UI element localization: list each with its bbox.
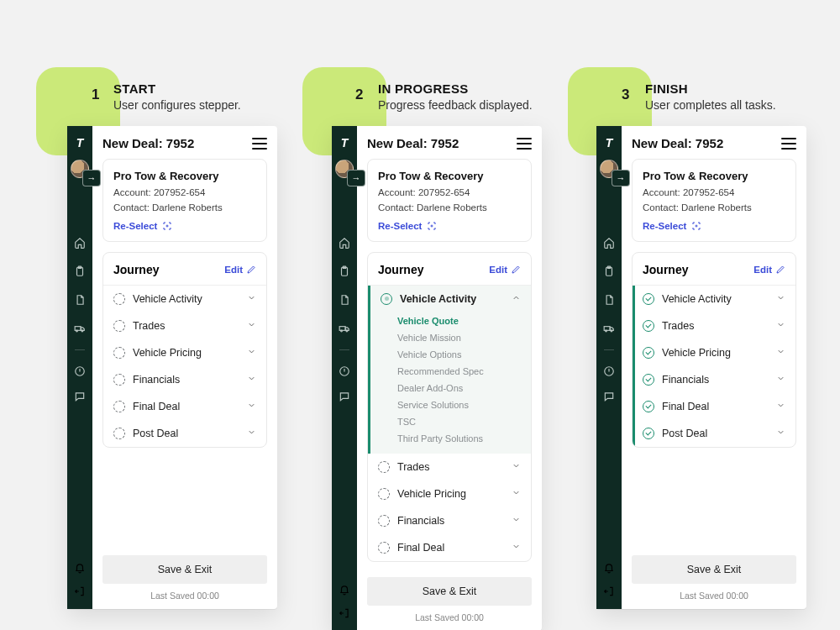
truck-icon[interactable] (74, 323, 86, 334)
journey-step[interactable]: Trades (368, 454, 531, 480)
save-exit-button[interactable]: Save & Exit (632, 555, 796, 584)
stage-title-3: FINISH (645, 81, 688, 96)
journey-step[interactable]: Final Deal (635, 393, 795, 420)
app-logo: T (606, 136, 613, 150)
stage-subtitle-2: Progress feedback displayed. (378, 98, 533, 112)
journey-step-label: Financials (397, 515, 444, 527)
journey-subitem[interactable]: Third Party Solutions (397, 430, 521, 447)
journey-step[interactable]: Financials (635, 366, 795, 393)
chevron-down-icon (247, 293, 256, 305)
page-title: New Deal: 7952 (367, 136, 459, 150)
last-saved-text: Last Saved 00:00 (632, 591, 796, 601)
logout-icon[interactable] (74, 585, 86, 597)
journey-step-label: Trades (133, 320, 165, 332)
customer-contact: Contact: Darlene Roberts (378, 201, 521, 216)
status-pending-icon (113, 347, 125, 359)
truck-icon[interactable] (603, 323, 615, 334)
journey-subitem[interactable]: Service Solutions (397, 396, 521, 413)
save-exit-button[interactable]: Save & Exit (367, 577, 532, 606)
journey-subitem[interactable]: Dealer Add-Ons (397, 380, 521, 396)
expand-rail-button[interactable]: → (82, 170, 101, 186)
status-pending-icon (378, 515, 390, 527)
home-icon[interactable] (603, 237, 615, 249)
home-icon[interactable] (74, 237, 86, 249)
clipboard-icon[interactable] (603, 265, 615, 277)
journey-subitem[interactable]: Vehicle Options (397, 346, 521, 363)
chat-icon[interactable] (74, 391, 86, 402)
logout-icon[interactable] (603, 585, 615, 597)
reselect-link[interactable]: Re-Select (643, 221, 701, 231)
expand-rail-button[interactable]: → (612, 170, 630, 186)
journey-card: Journey Edit Vehicle ActivityTradesVehic… (102, 252, 267, 448)
journey-subitem[interactable]: Recommended Spec (397, 363, 521, 380)
journey-step[interactable]: Vehicle Activity (370, 286, 531, 312)
alert-icon[interactable] (74, 365, 86, 377)
journey-step[interactable]: Financials (368, 507, 531, 534)
pencil-icon (246, 265, 256, 275)
status-done-icon (643, 293, 654, 305)
status-pending-icon (378, 461, 390, 473)
status-pending-icon (378, 542, 390, 554)
chat-icon[interactable] (339, 391, 350, 402)
journey-subitem[interactable]: TSC (397, 413, 521, 430)
document-icon[interactable] (339, 294, 350, 306)
save-exit-button[interactable]: Save & Exit (102, 555, 267, 584)
stage-title-1: START (113, 81, 155, 96)
document-icon[interactable] (603, 294, 615, 306)
journey-step[interactable]: Post Deal (103, 420, 266, 447)
journey-step[interactable]: Final Deal (103, 393, 266, 420)
status-done-icon (643, 374, 654, 386)
svg-point-20 (696, 225, 697, 227)
chat-icon[interactable] (603, 391, 615, 402)
edit-label: Edit (489, 265, 507, 275)
chevron-down-icon (247, 320, 256, 332)
journey-step[interactable]: Vehicle Pricing (635, 339, 795, 366)
rail-separator (75, 349, 85, 350)
document-icon[interactable] (74, 294, 86, 306)
bell-icon[interactable] (74, 562, 86, 574)
alert-icon[interactable] (603, 365, 615, 377)
menu-button[interactable] (781, 138, 796, 150)
journey-step-label: Vehicle Activity (662, 293, 732, 305)
clipboard-icon[interactable] (74, 265, 86, 277)
chevron-down-icon (247, 401, 256, 412)
reselect-link[interactable]: Re-Select (378, 221, 437, 231)
chevron-down-icon (512, 542, 521, 554)
clipboard-icon[interactable] (339, 265, 350, 277)
journey-edit-button[interactable]: Edit (489, 265, 521, 275)
journey-edit-button[interactable]: Edit (224, 265, 256, 275)
home-icon[interactable] (339, 237, 350, 249)
journey-step[interactable]: Vehicle Activity (103, 286, 266, 312)
chevron-down-icon (512, 515, 521, 527)
journey-step[interactable]: Post Deal (635, 420, 795, 447)
menu-button[interactable] (252, 138, 267, 150)
journey-step[interactable]: Vehicle Activity (635, 286, 795, 312)
reselect-link[interactable]: Re-Select (113, 221, 172, 231)
journey-step[interactable]: Trades (103, 312, 266, 339)
journey-step[interactable]: Vehicle Pricing (103, 339, 266, 366)
bell-icon[interactable] (339, 584, 350, 596)
bell-icon[interactable] (603, 562, 615, 574)
journey-step[interactable]: Vehicle Pricing (368, 480, 531, 507)
side-rail: T → (332, 126, 357, 630)
journey-step[interactable]: Final Deal (368, 534, 531, 561)
journey-step[interactable]: Financials (103, 366, 266, 393)
journey-step-label: Final Deal (662, 401, 709, 412)
logout-icon[interactable] (339, 607, 350, 619)
menu-button[interactable] (517, 138, 532, 150)
reselect-label: Re-Select (378, 221, 422, 231)
journey-subitem[interactable]: Vehicle Quote (397, 312, 521, 329)
expand-rail-button[interactable]: → (347, 170, 365, 186)
alert-icon[interactable] (339, 365, 350, 377)
status-pending-icon (113, 293, 125, 305)
device-finish: T → (596, 126, 806, 609)
truck-icon[interactable] (339, 323, 350, 334)
svg-rect-2 (75, 327, 81, 331)
journey-step[interactable]: Trades (635, 312, 795, 339)
customer-contact: Contact: Darlene Roberts (113, 201, 256, 216)
reselect-label: Re-Select (643, 221, 686, 231)
journey-subitem[interactable]: Vehicle Mission (397, 329, 521, 346)
page-title: New Deal: 7952 (102, 136, 194, 150)
journey-edit-button[interactable]: Edit (753, 265, 785, 275)
stage-subtitle-3: User completes all tasks. (645, 98, 776, 112)
